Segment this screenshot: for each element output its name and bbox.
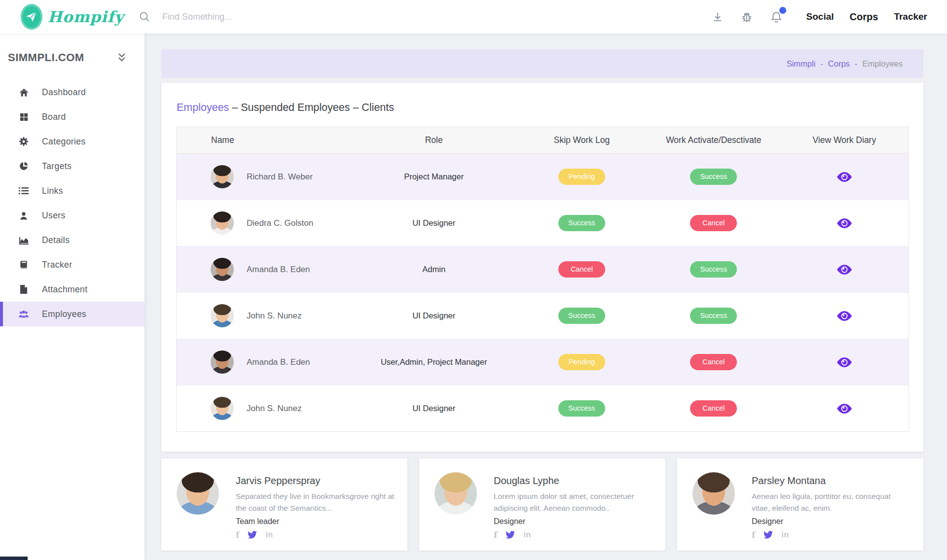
sidebar-item-users[interactable]: Users	[0, 203, 145, 228]
table-header-row: Name Role Skip Work Log Work Activate/De…	[177, 127, 909, 154]
table-row: Amanda B. Eden User,Admin, Project Manag…	[177, 339, 909, 385]
sidebar-item-details[interactable]: Details	[0, 228, 145, 252]
facebook-icon[interactable]	[494, 535, 497, 535]
nav-social-link[interactable]: Social	[806, 11, 834, 22]
sidebar-item-label: Employees	[42, 309, 86, 319]
sidebar-item-attachment[interactable]: Attachment	[0, 277, 145, 302]
paper-plane-icon	[21, 4, 42, 30]
view-work-diary-button[interactable]	[835, 263, 854, 277]
avatar	[211, 350, 234, 374]
twitter-icon[interactable]	[506, 531, 515, 539]
bug-report-button[interactable]	[740, 10, 753, 23]
breadcrumb-simmpli[interactable]: Simmpli	[787, 59, 816, 69]
profile-role: Designer	[752, 517, 911, 526]
employee-role: UI Designer	[351, 293, 516, 339]
sidebar-item-label: Dashboard	[42, 87, 86, 98]
facebook-icon[interactable]	[752, 535, 755, 535]
page-title-separator: –	[232, 102, 241, 113]
profile-name: Jarvis Pepperspray	[236, 475, 395, 487]
avatar	[211, 397, 234, 420]
sidebar-item-tracker[interactable]: Tracker	[0, 252, 145, 277]
page-title-clients: Clients	[362, 102, 394, 113]
employees-card: Employees – Suspended Employees – Client…	[161, 83, 923, 452]
bug-icon	[740, 17, 753, 25]
profile-role: Designer	[494, 517, 653, 526]
column-header-skip-work-log: Skip Work Log	[516, 127, 647, 154]
view-work-diary-button[interactable]	[835, 402, 854, 416]
status-badge[interactable]: Success	[558, 308, 605, 324]
avatar	[211, 165, 234, 188]
sidebar-item-targets[interactable]: Targets	[0, 154, 145, 178]
sidebar-item-dashboard[interactable]: Dashboard	[0, 80, 145, 105]
eye-icon	[837, 315, 852, 322]
view-work-diary-button[interactable]	[835, 216, 854, 230]
breadcrumb-separator: -	[855, 59, 858, 69]
gear-icon	[18, 137, 29, 146]
avatar	[177, 472, 219, 515]
employee-name: John S. Nunez	[247, 404, 302, 414]
sidebar-item-links[interactable]: Links	[0, 178, 145, 203]
employee-name: Richard B. Weber	[247, 172, 313, 182]
status-badge[interactable]: Success	[558, 400, 605, 417]
breadcrumb-corps[interactable]: Corps	[828, 59, 850, 69]
profile-card: Douglas Lyphe Lorem ipsum dolor sit amet…	[419, 458, 665, 551]
employee-role: Admin	[351, 246, 516, 293]
employee-role: Project Manager	[351, 154, 516, 200]
view-work-diary-button[interactable]	[835, 309, 854, 323]
download-button[interactable]	[712, 11, 724, 23]
sidebar-item-label: Attachment	[42, 284, 88, 295]
avatar	[435, 472, 477, 515]
pie-chart-icon	[18, 161, 29, 171]
column-header-work-activate: Work Activate/Desctivate	[647, 127, 780, 154]
employee-role: UI Designer	[351, 385, 516, 432]
status-badge[interactable]: Success	[690, 169, 737, 185]
top-bar: Hompify	[0, 0, 947, 34]
profile-description: Separated they live in Bookmarksgrove ri…	[236, 490, 395, 514]
status-badge[interactable]: Cancel	[690, 354, 737, 370]
twitter-icon[interactable]	[764, 531, 773, 539]
nav-corps-link[interactable]: Corps	[850, 11, 878, 23]
twitter-icon[interactable]	[248, 531, 257, 539]
sidebar-item-label: Targets	[42, 161, 72, 172]
workspace-title: SIMMPLI.COM	[8, 51, 84, 64]
notifications-button[interactable]	[770, 10, 783, 23]
table-row: John S. Nunez UI Designer Success Cancel	[177, 385, 909, 432]
status-badge[interactable]: Success	[558, 215, 605, 231]
user-icon	[18, 211, 29, 220]
view-work-diary-button[interactable]	[835, 355, 854, 369]
profile-card: Parsley Montana Aenean leo ligula, portt…	[677, 458, 923, 551]
avatar	[211, 211, 234, 235]
app-logo[interactable]: Hompify	[0, 4, 124, 30]
eye-icon	[837, 176, 852, 183]
grid-icon	[18, 112, 29, 122]
employee-role: UI Designer	[351, 200, 516, 246]
status-badge[interactable]: Cancel	[558, 261, 605, 278]
search-input[interactable]	[161, 11, 321, 23]
sidebar-item-employees[interactable]: Employees	[0, 302, 145, 326]
status-badge[interactable]: Success	[690, 261, 737, 278]
avatar	[211, 258, 234, 281]
book-icon	[18, 260, 29, 270]
sidebar-item-board[interactable]: Board	[0, 105, 145, 129]
status-badge[interactable]: Pending	[558, 169, 605, 185]
status-badge[interactable]: Cancel	[690, 215, 737, 231]
facebook-icon[interactable]	[236, 535, 239, 535]
sidebar-item-categories[interactable]: Categories	[0, 129, 145, 154]
sidebar-footer-block	[0, 557, 28, 560]
status-badge[interactable]: Pending	[558, 354, 605, 370]
employees-table: Name Role Skip Work Log Work Activate/De…	[176, 127, 909, 432]
sidebar-menu: Dashboard Board Categories Targets Links…	[0, 80, 145, 326]
profile-cards-row: Jarvis Pepperspray Separated they live i…	[161, 458, 923, 551]
profile-name: Douglas Lyphe	[494, 475, 653, 487]
page-title-suspended: Suspended Employees	[241, 102, 353, 113]
double-chevron-down-icon	[117, 57, 127, 65]
page-title-employees[interactable]: Employees	[177, 102, 229, 113]
sidebar-item-label: Users	[42, 210, 66, 221]
nav-tracker-link[interactable]: Tracker	[894, 11, 927, 22]
status-badge[interactable]: Cancel	[690, 400, 737, 417]
sidebar-collapse-button[interactable]	[117, 52, 127, 63]
employee-name: Diedra C. Golston	[247, 218, 313, 228]
status-badge[interactable]: Success	[690, 308, 737, 324]
view-work-diary-button[interactable]	[835, 170, 854, 184]
breadcrumb-employees: Employees	[862, 59, 903, 69]
